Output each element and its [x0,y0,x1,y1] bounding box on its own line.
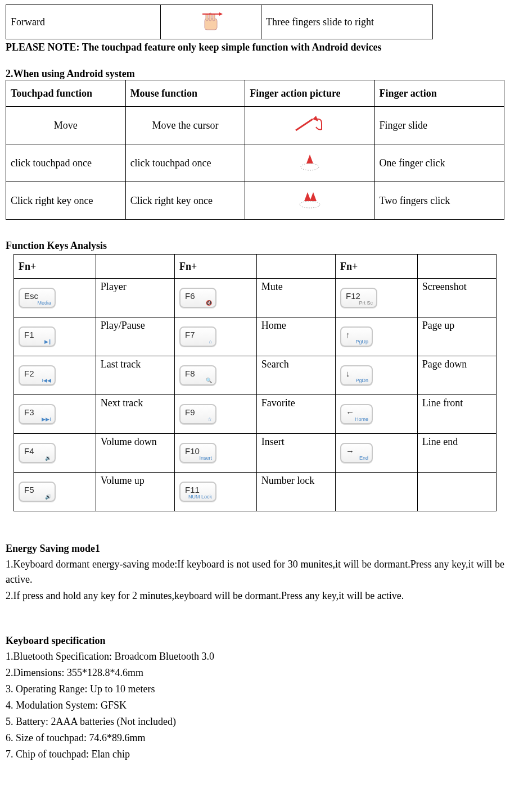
android-r3-icon [245,182,374,220]
key-label: ↓ [346,369,350,378]
key-label: F5 [24,485,34,495]
fn-key-f7: F7⌂ [174,317,256,356]
key-label: F9 [185,407,195,417]
key-sub: I◀◀ [42,378,51,383]
fn-label-numlock: Number lock [256,473,335,511]
key-label: → [346,446,354,456]
key-sub: Insert [199,455,212,461]
android-r1-c1: Move [6,107,126,144]
android-header-1: Touchpad function [6,80,126,107]
android-r1-c2: Move the cursor [125,107,245,144]
fn-key-f2: F2I◀◀ [14,356,96,395]
key-label: F4 [24,446,34,456]
key-label: F12 [346,291,360,301]
svg-point-8 [300,201,320,208]
fn-keys-table: Fn+ Fn+ Fn+ EscMedia Player F6🔇 Mute F12… [13,254,497,511]
spec-item: 4. Modulation System: GFSK [6,698,504,713]
cell-function: Forward [6,5,161,39]
fn-header-1b [96,255,174,279]
key-sub: ▶▶I [42,416,51,422]
key-sub: ☆ [207,416,212,422]
fn-key-f5: F5🔊 [14,473,96,511]
fn-header-2: Fn+ [174,255,256,279]
fn-key-home: ←Home [335,395,417,434]
hand-swipe-right-icon [197,11,225,33]
svg-marker-5 [219,12,223,16]
key-label: F8 [185,369,195,378]
fn-title: Function Keys Analysis [6,240,504,252]
fn-key-f8: F8🔍 [174,356,256,395]
key-sub: End [359,455,368,461]
fn-header-3b [417,255,496,279]
key-sub: 🔊 [45,494,51,500]
fn-key-f12: F12Prt Sc [335,279,417,317]
android-r2-c2: click touchpad once [125,144,245,182]
fn-label-pageup: Page up [417,317,496,356]
android-table: Touchpad function Mouse function Finger … [6,80,504,220]
fn-label-pagedown: Page down [417,356,496,395]
fn-key-end: →End [335,434,417,473]
fn-label-favorite: Favorite [256,395,335,434]
key-sub: NUM Lock [188,494,212,500]
spec-item: 7. Chip of touchpad: Elan chip [6,747,504,762]
key-label: F2 [24,369,34,378]
fn-row: F1▶∥ Play/Pause F7⌂ Home ↑PgUp Page up [14,317,497,356]
key-sub: ▶∥ [44,339,51,344]
fn-header-1: Fn+ [14,255,96,279]
android-r1-c4: Finger slide [374,107,504,144]
android-r2-c1: click touchpad once [6,144,126,182]
fn-label-mute: Mute [256,279,335,317]
fn-row: F2I◀◀ Last track F8🔍 Search ↓PgDn Page d… [14,356,497,395]
key-label: F1 [24,330,34,339]
fn-key-f6: F6🔇 [174,279,256,317]
fn-label-voldown: Volume down [96,434,174,473]
key-sub: PgUp [355,339,368,344]
fn-label-lasttrack: Last track [96,356,174,395]
key-label: F11 [185,485,200,495]
cell-action: Three fingers slide to right [261,5,433,39]
fn-key-f4: F4🔉 [14,434,96,473]
android-header-4: Finger action [374,80,504,107]
fn-header-3: Fn+ [335,255,417,279]
android-r2-icon [245,144,374,182]
key-label: ↑ [346,330,350,339]
spec-item: 2.Dimensions: 355*128.8*4.6mm [6,665,504,681]
android-r2-c4: One finger click [374,144,504,182]
key-label: Esc [24,291,38,301]
energy-title: Energy Saving mode1 [6,543,504,555]
fn-label-empty [417,473,496,511]
android-r3-c2: Click right key once [125,182,245,220]
fn-label-volup: Volume up [96,473,174,511]
key-sub: Prt Sc [359,300,373,306]
key-sub: 🔍 [206,378,212,383]
one-finger-click-icon [293,153,327,173]
key-sub: ⌂ [209,339,212,344]
fn-label-player: Player [96,279,174,317]
fn-label-lineend: Line end [417,434,496,473]
fn-label-playpause: Play/Pause [96,317,174,356]
svg-rect-3 [213,14,215,21]
key-label: F6 [185,291,195,301]
key-sub: PgDn [355,378,368,383]
energy-p1: 1.Keyboard dormant energy-saving mode:If… [6,557,504,587]
fn-key-f3: F3▶▶I [14,395,96,434]
fn-key-f9: F9☆ [174,395,256,434]
android-header-3: Finger action picture [245,80,374,107]
spec-item: 3. Operating Range: Up to 10 meters [6,682,504,697]
android-r3-c1: Click right key once [6,182,126,220]
fn-key-esc: EscMedia [14,279,96,317]
please-note: PLEASE NOTE: The touchpad feature only k… [6,42,504,53]
spec-item: 1.Bluetooth Specification: Broadcom Blue… [6,649,504,664]
fn-key-pgup: ↑PgUp [335,317,417,356]
svg-point-7 [301,164,319,170]
fn-label-home: Home [256,317,335,356]
key-sub: Home [355,416,368,422]
spec-item: 6. Size of touchpad: 74.6*89.6mm [6,731,504,746]
spec-list: 1.Bluetooth Specification: Broadcom Blue… [6,649,504,762]
key-label: ← [346,407,354,417]
android-header-2: Mouse function [125,80,245,107]
key-sub: 🔉 [45,455,51,461]
fn-key-empty [335,473,417,511]
fn-header-2b [256,255,335,279]
two-fingers-click-icon [293,191,327,210]
